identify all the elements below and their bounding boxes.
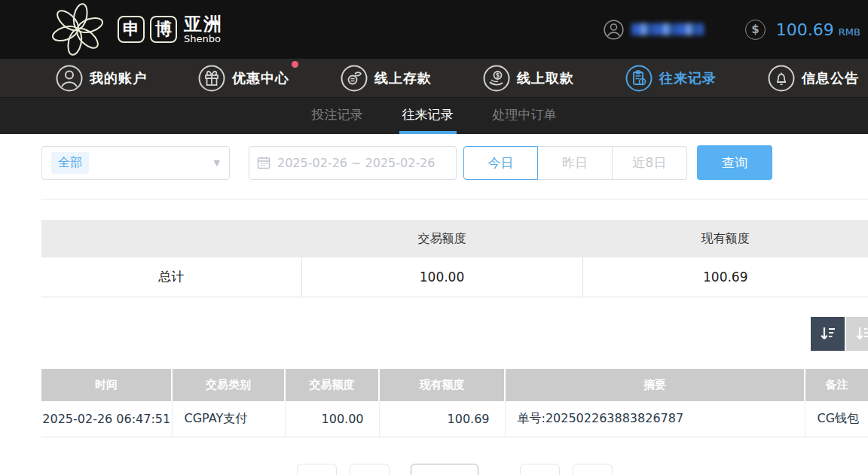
date-range-value: 2025-02-26 ~ 2025-02-26 [277,156,436,170]
quick-today-button[interactable]: 今日 [463,146,538,180]
records-table: 时间 交易类别 交易额度 现有额度 摘要 备注 2025-02-26 06:47… [41,369,868,438]
summary-total-balance: 100.69 [582,257,868,297]
sort-ascending-button[interactable] [846,317,868,351]
col-transaction-type: 交易类别 [172,369,285,401]
nav-item-promotions[interactable]: 优惠中心 [198,65,289,92]
user-icon [56,65,83,92]
records-icon [625,65,653,92]
last-page-button[interactable]: » [573,464,613,475]
type-select[interactable]: 全部 ▼ [41,146,230,180]
section-divider [41,199,868,199]
records-header-row: 时间 交易类别 交易额度 现有额度 摘要 备注 [41,369,868,401]
chevron-down-icon: ▼ [214,158,220,168]
balance-amount: 100.69 [776,20,834,39]
logo-char-bo: 博 [150,16,177,43]
summary-total-transaction: 100.00 [301,257,582,297]
pagination: « ‹ › » [41,464,868,475]
logo-subtitle: Shenbo [184,34,223,44]
nav-item-deposit[interactable]: 线上存款 [341,65,432,92]
nav-item-announcements[interactable]: 信息公告 [768,65,859,92]
next-page-button[interactable]: › [520,464,560,475]
balance-currency: RMB [839,26,860,38]
calendar-icon [257,156,270,169]
table-row: 2025-02-26 06:47:51 CGPAY支付 100.00 100.6… [41,401,868,437]
bell-icon [768,65,795,92]
wallet-balance[interactable]: $ 100.69 RMB [745,20,860,40]
quick-last8days-button[interactable]: 近8日 [613,146,687,180]
cell-current-balance: 100.69 [379,401,505,437]
quick-date-group: 今日 昨日 近8日 [463,146,687,180]
quick-yesterday-button[interactable]: 昨日 [538,146,613,180]
top-header: 申 博 亚洲 Shenbo $ 100.69 RMB [0,0,868,59]
tab-transaction-records[interactable]: 往来记录 [399,98,457,134]
nav-label: 优惠中心 [232,69,289,87]
gift-icon [198,65,225,92]
nav-item-my-account[interactable]: 我的账户 [56,65,147,92]
tab-processing-orders[interactable]: 处理中订单 [490,98,560,134]
summary-col-current-balance: 现有额度 [582,220,868,257]
sort-descending-icon [819,324,837,343]
nav-item-records[interactable]: 往来记录 [625,65,717,92]
summary-header-row: 交易额度 现有额度 [41,220,868,257]
svg-text:$: $ [496,72,500,79]
username-blurred [631,23,704,35]
cell-time: 2025-02-26 06:47:51 [41,401,172,437]
search-button[interactable]: 查询 [697,145,772,180]
summary-col-empty [41,220,301,257]
nav-label: 我的账户 [90,69,147,87]
cell-note: CG钱包 [805,401,868,437]
date-range-picker[interactable]: 2025-02-26 ~ 2025-02-26 [249,146,457,180]
main-nav: 我的账户 优惠中心 线上存款 $ 线上取款 [0,59,868,98]
nav-label: 线上取款 [517,69,574,87]
flower-logo-icon [45,2,110,57]
col-time: 时间 [41,369,172,401]
type-select-value: 全部 [51,152,89,174]
withdraw-icon: $ [483,65,510,92]
logo-region-text: 亚洲 [184,14,223,34]
deposit-icon [341,65,368,92]
user-avatar-icon [604,20,624,40]
account-user[interactable] [604,20,704,40]
summary-total-row: 总计 100.00 100.69 [41,257,868,297]
cell-transaction-type: CGPAY支付 [172,401,285,437]
sort-descending-button[interactable] [811,317,845,351]
page-number-input[interactable] [411,464,478,475]
prev-page-button[interactable]: ‹ [350,464,390,475]
filter-bar: 全部 ▼ 2025-02-26 ~ 2025-02-26 今日 昨日 近8日 查… [41,145,868,180]
nav-label: 信息公告 [802,69,859,87]
brand-logo[interactable]: 申 博 亚洲 Shenbo [45,2,223,57]
nav-item-withdraw[interactable]: $ 线上取款 [483,65,574,92]
col-transaction-amount: 交易额度 [285,369,379,401]
nav-label: 往来记录 [659,69,717,87]
logo-char-shen: 申 [118,16,145,43]
cell-transaction-amount: 100.00 [285,401,379,437]
first-page-button[interactable]: « [297,464,337,475]
record-tabs: 投注记录 往来记录 处理中订单 [0,98,868,134]
nav-label: 线上存款 [374,69,432,87]
tab-betting-records[interactable]: 投注记录 [309,98,366,134]
cell-summary: 单号:202502263883826787 [505,401,805,437]
notification-dot [292,61,298,68]
summary-col-transaction-amount: 交易额度 [301,220,582,257]
dollar-coin-icon: $ [745,20,766,40]
sort-controls [41,317,868,351]
summary-table: 交易额度 现有额度 总计 100.00 100.69 [41,220,868,297]
summary-total-label: 总计 [41,257,301,297]
sort-ascending-icon [854,324,868,343]
col-note: 备注 [805,369,868,401]
col-current-balance: 现有额度 [379,369,505,401]
col-summary: 摘要 [505,369,805,401]
